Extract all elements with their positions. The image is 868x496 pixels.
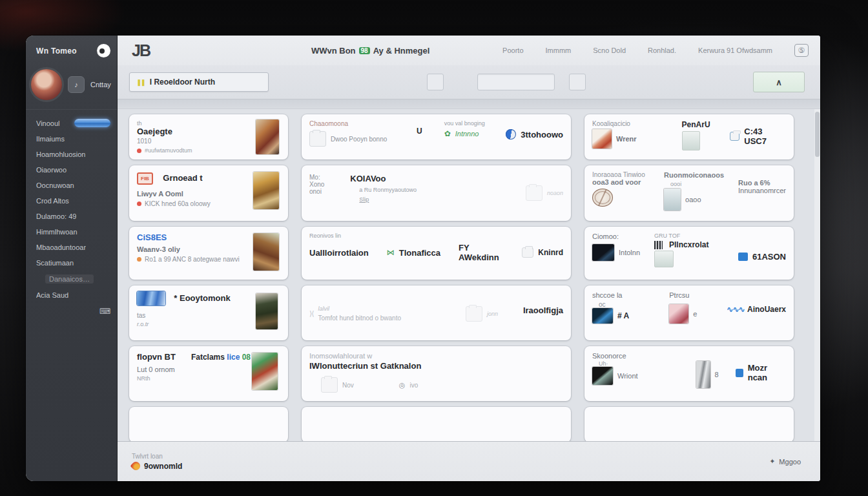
scrollbar-thumb[interactable] — [815, 112, 820, 157]
sidebar-item-scatiumaan[interactable]: Scatiumaan — [26, 255, 117, 271]
menu-item-ronhlad[interactable]: Ronhlad. — [648, 46, 676, 54]
search-icon: ❚❚ — [136, 79, 145, 86]
action-label[interactable]: 61ASON — [752, 252, 786, 262]
list-item[interactable] — [302, 407, 571, 441]
filter-checkbox-2[interactable] — [569, 74, 586, 90]
sidebar-item-ilmaiums[interactable]: Ilmaiums — [26, 131, 117, 147]
sidebar-item-dulamoo[interactable]: Dulamoo: 49 — [26, 209, 117, 224]
page-icon — [526, 185, 542, 201]
list-item[interactable] — [584, 407, 794, 441]
globe-sketch-icon — [592, 189, 613, 207]
list-item[interactable]: FIB Grnoead t Liwyv A Ooml KICK hned 60a… — [129, 165, 288, 221]
caret-icon: ∧ — [776, 78, 782, 87]
tab-uallloirrotlaion[interactable]: Uallloirrotlaion — [309, 248, 369, 258]
search-input[interactable]: ❚❚ I Reoeldoor Nurth — [129, 72, 269, 92]
sidebar-item-crod-altos[interactable]: Crod Altos — [26, 193, 117, 209]
action-label[interactable]: Iraoolfigja — [523, 305, 563, 322]
thumbnail[interactable] — [696, 361, 710, 388]
action-label[interactable]: AinoUaerx — [747, 305, 786, 314]
list-item[interactable]: Skoonorce Uh· Wriont 8 Mozr ncan — [584, 346, 794, 401]
tab-kninrd[interactable]: Kninrd — [538, 248, 563, 257]
sidebar-item-mbaoaduntooar[interactable]: Mbaoaduntooar — [26, 240, 117, 255]
thumbnail[interactable] — [592, 244, 614, 261]
record-icon[interactable] — [97, 44, 110, 57]
list-item[interactable]: Kooaliqacicio Wrenr PenArU C:43 USC7 — [584, 114, 794, 160]
section-divider — [118, 99, 820, 109]
sidebar-item-acia-saud[interactable]: Acia Saud — [26, 287, 117, 303]
doc-blue-icon — [736, 369, 743, 377]
list-item[interactable]: Inomsowlahlourat w IWlonuttecriun st Gat… — [302, 346, 571, 401]
footer-title: 9ownomld — [144, 462, 182, 471]
sidebar-item-hoamohluosion[interactable]: Hoamohluosion — [26, 147, 117, 162]
filter-input[interactable] — [477, 74, 555, 90]
avatar[interactable] — [31, 69, 62, 100]
thumbnail[interactable] — [256, 119, 279, 154]
card-title: * Eooytomonk — [168, 293, 236, 303]
box-icon — [466, 306, 482, 322]
active-badge — [74, 119, 110, 127]
clip-icon — [730, 132, 740, 141]
status-dot — [137, 149, 141, 153]
search-value: I Reoeldoor Nurth — [150, 78, 215, 87]
list-item[interactable]: Ciomoo: Intolnn GRU TOF Pllncxrolat 61AS… — [584, 227, 794, 280]
flame-icon — [130, 460, 141, 471]
sidebar-item-vinooul[interactable]: Vinooul — [26, 115, 117, 131]
status-dot — [137, 257, 141, 262]
placeholder-swatch — [654, 251, 674, 267]
bowtie-icon: ⋈ — [387, 248, 395, 257]
tab-tlonaficca[interactable]: Tlonaficca — [399, 248, 440, 258]
list-item[interactable]: CiS8ES Waanv-3 oliy Ro1 a 99 ANC 8 aoteg… — [129, 227, 288, 280]
list-item[interactable]: shccoe la oc # A Ptrcsu e ∿∿∿ AinoUaerx — [584, 285, 794, 340]
signature-icon: ∿∿∿ — [727, 305, 744, 314]
menu-item-immmm[interactable]: Immmm — [546, 46, 572, 54]
action-label[interactable]: 3ttohoowo — [521, 130, 563, 140]
gallery-button[interactable]: ♪ — [68, 76, 85, 93]
thumbnail[interactable] — [252, 353, 278, 390]
status-dot — [137, 202, 141, 206]
sidebar-item-danaaicos[interactable]: Danaaicos… — [26, 271, 117, 287]
list-item[interactable]: Mo: Xono onoi KOIAVoo a Ru Ronmyyaoutowo… — [302, 165, 571, 221]
footer-subtext: Twlvrt loan — [132, 453, 182, 460]
app-logo: JB — [132, 41, 150, 60]
sidebar-item-oocnuwoan[interactable]: Oocnuwoan — [26, 178, 117, 193]
sidebar-item-himmlhwoan[interactable]: Himmlhwoan — [26, 224, 117, 240]
sparkle-icon: ✦ — [769, 457, 775, 466]
footer-action[interactable]: Mggoo — [779, 458, 801, 466]
link[interactable]: Intnnno — [455, 130, 479, 138]
header-menu: Poorto Immmm Scno Dold Ronhlad. Kerwura … — [502, 44, 809, 57]
main-area: JB WWvn Bon 98 Ay & Hnmegel Poorto Immmm… — [118, 36, 820, 481]
list-item[interactable]: * Eooytomonk tas r.o.tr — [129, 285, 288, 340]
qr-icon — [654, 241, 663, 249]
sidebar-item-oiaorwoo[interactable]: Oiaorwoo — [26, 162, 117, 178]
thumbnail[interactable] — [669, 304, 688, 324]
globe-blue-icon — [506, 129, 516, 140]
list-item[interactable] — [129, 407, 288, 441]
list-item[interactable]: ﬂopvn BT Fatclams lice 08 Lut 0 ornom NR… — [129, 346, 288, 401]
menu-item-poorto[interactable]: Poorto — [502, 46, 523, 54]
apps-button[interactable]: ⑤ — [794, 44, 809, 57]
action-label[interactable]: C:43 USC7 — [744, 127, 786, 146]
list-item[interactable]: Reonivos lin Uallloirrotlaion ⋈Tlonaficc… — [302, 227, 571, 280]
thumbnail[interactable] — [592, 308, 613, 324]
menu-item-scno-dold[interactable]: Scno Dold — [593, 46, 626, 54]
scrollbar[interactable] — [814, 109, 820, 441]
collapse-button[interactable]: ∧ — [753, 72, 805, 92]
filter-checkbox[interactable] — [427, 74, 444, 90]
boxed-icon: ⑤ — [798, 46, 805, 55]
profile-section: ♪ Cnttay — [26, 57, 117, 110]
thumbnail[interactable] — [592, 367, 613, 385]
thumbnail[interactable] — [253, 172, 279, 209]
thumbnail[interactable] — [592, 129, 612, 149]
thumbnail[interactable] — [664, 189, 681, 211]
list-item[interactable]: ⟩⟨ lalvil Tomfot hund bitnod o bwanto jo… — [302, 285, 571, 340]
action-label[interactable]: Mozr ncan — [748, 363, 786, 382]
keyboard-icon[interactable]: ⌨ — [99, 307, 110, 316]
tab-awekdinn[interactable]: FY AWekdinn — [459, 243, 504, 262]
thumbnail[interactable] — [253, 233, 279, 271]
list-item[interactable]: th Oaejegte 1010 #uufwtamuvodtum — [129, 114, 288, 160]
list-item[interactable]: Chaaomoona Dwoo Pooyn bonno U vou val bn… — [302, 114, 571, 160]
list-item[interactable]: Inoraoaoa Tinwioo ooa3 aod voor Ruonmoic… — [584, 165, 794, 221]
menu-item-kerwura[interactable]: Kerwura 91 Ofwdsamm — [698, 46, 772, 54]
placeholder-swatch — [682, 131, 700, 150]
thumbnail[interactable] — [256, 293, 278, 329]
